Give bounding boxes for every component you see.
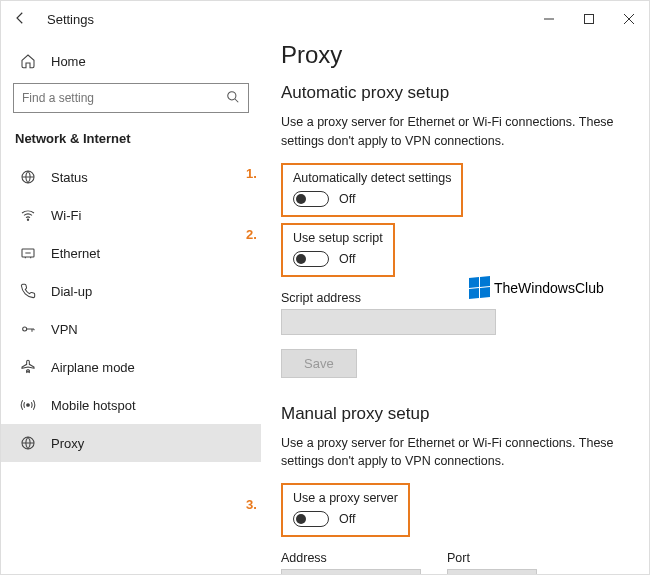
search-box[interactable] bbox=[13, 83, 249, 113]
home-icon bbox=[19, 53, 37, 69]
window-title: Settings bbox=[47, 12, 94, 27]
search-input[interactable] bbox=[22, 91, 226, 105]
script-address-input[interactable] bbox=[281, 309, 496, 335]
maximize-button[interactable] bbox=[569, 1, 609, 37]
home-label: Home bbox=[51, 54, 86, 69]
annotation-2: 2. bbox=[246, 227, 257, 242]
page-title: Proxy bbox=[281, 41, 625, 69]
sidebar-item-proxy[interactable]: Proxy bbox=[1, 424, 261, 462]
annotation-1: 1. bbox=[246, 166, 257, 181]
minimize-button[interactable] bbox=[529, 1, 569, 37]
auto-detect-label: Automatically detect settings bbox=[293, 171, 451, 185]
sidebar-section-heading: Network & Internet bbox=[1, 127, 261, 158]
svg-rect-1 bbox=[585, 15, 594, 24]
svg-point-2 bbox=[228, 91, 236, 99]
auto-section-desc: Use a proxy server for Ethernet or Wi-Fi… bbox=[281, 113, 625, 151]
dialup-icon bbox=[19, 283, 37, 299]
sidebar-home[interactable]: Home bbox=[1, 47, 261, 83]
sidebar-item-hotspot[interactable]: Mobile hotspot bbox=[1, 386, 261, 424]
auto-section-heading: Automatic proxy setup bbox=[281, 83, 625, 103]
sidebar-item-label: VPN bbox=[51, 322, 78, 337]
use-proxy-toggle[interactable] bbox=[293, 511, 329, 527]
use-proxy-value: Off bbox=[339, 512, 355, 526]
annotation-3: 3. bbox=[246, 497, 257, 512]
auto-detect-group: Automatically detect settings Off bbox=[281, 163, 463, 217]
titlebar: Settings bbox=[1, 1, 649, 37]
use-proxy-label: Use a proxy server bbox=[293, 491, 398, 505]
sidebar-item-label: Ethernet bbox=[51, 246, 100, 261]
sidebar-item-vpn[interactable]: VPN bbox=[1, 310, 261, 348]
sidebar-item-label: Mobile hotspot bbox=[51, 398, 136, 413]
airplane-icon bbox=[19, 359, 37, 375]
sidebar-item-label: Airplane mode bbox=[51, 360, 135, 375]
setup-script-toggle[interactable] bbox=[293, 251, 329, 267]
save-button[interactable]: Save bbox=[281, 349, 357, 378]
svg-point-7 bbox=[27, 404, 30, 407]
port-input[interactable] bbox=[447, 569, 537, 575]
back-icon[interactable] bbox=[11, 9, 29, 30]
manual-section-desc: Use a proxy server for Ethernet or Wi-Fi… bbox=[281, 434, 625, 472]
sidebar-item-label: Dial-up bbox=[51, 284, 92, 299]
close-button[interactable] bbox=[609, 1, 649, 37]
address-label: Address bbox=[281, 551, 421, 565]
script-address-label: Script address bbox=[281, 291, 625, 305]
sidebar-item-dialup[interactable]: Dial-up bbox=[1, 272, 261, 310]
hotspot-icon bbox=[19, 397, 37, 413]
auto-detect-toggle[interactable] bbox=[293, 191, 329, 207]
window-controls bbox=[529, 1, 649, 37]
sidebar-item-ethernet[interactable]: Ethernet bbox=[1, 234, 261, 272]
svg-point-4 bbox=[27, 219, 28, 220]
address-input[interactable] bbox=[281, 569, 421, 575]
vpn-icon bbox=[19, 321, 37, 337]
setup-script-group: Use setup script Off bbox=[281, 223, 395, 277]
search-icon bbox=[226, 90, 240, 107]
svg-point-6 bbox=[23, 327, 27, 331]
content-pane: Proxy Automatic proxy setup Use a proxy … bbox=[261, 37, 649, 575]
sidebar: Home Network & Internet Status Wi-Fi Eth… bbox=[1, 37, 261, 575]
setup-script-value: Off bbox=[339, 252, 355, 266]
sidebar-item-label: Proxy bbox=[51, 436, 84, 451]
auto-detect-value: Off bbox=[339, 192, 355, 206]
status-icon bbox=[19, 169, 37, 185]
sidebar-item-label: Status bbox=[51, 170, 88, 185]
manual-section-heading: Manual proxy setup bbox=[281, 404, 625, 424]
ethernet-icon bbox=[19, 245, 37, 261]
proxy-icon bbox=[19, 435, 37, 451]
sidebar-item-wifi[interactable]: Wi-Fi bbox=[1, 196, 261, 234]
sidebar-item-label: Wi-Fi bbox=[51, 208, 81, 223]
sidebar-item-status[interactable]: Status bbox=[1, 158, 261, 196]
port-label: Port bbox=[447, 551, 537, 565]
sidebar-item-airplane[interactable]: Airplane mode bbox=[1, 348, 261, 386]
use-proxy-group: Use a proxy server Off bbox=[281, 483, 410, 537]
wifi-icon bbox=[19, 207, 37, 223]
setup-script-label: Use setup script bbox=[293, 231, 383, 245]
